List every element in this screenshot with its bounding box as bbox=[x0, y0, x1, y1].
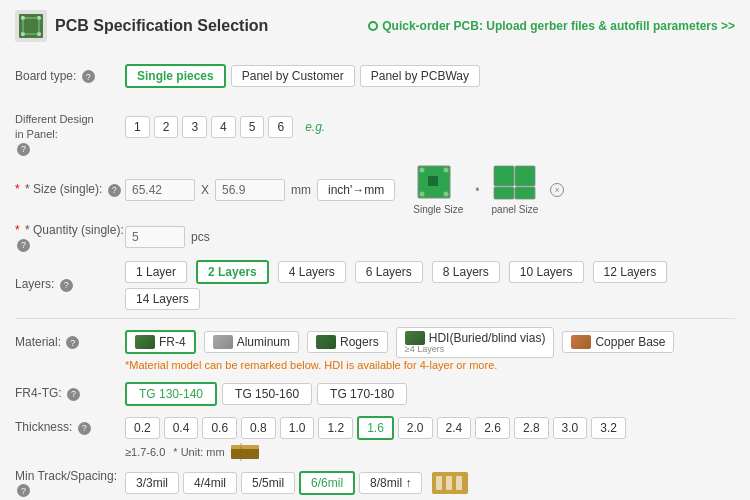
layers-4[interactable]: 4 Layers bbox=[278, 261, 346, 283]
quick-order-link[interactable]: Quick-order PCB: Upload gerber files & a… bbox=[368, 19, 735, 33]
thick-0.4[interactable]: 0.4 bbox=[164, 417, 199, 439]
svg-rect-21 bbox=[231, 445, 259, 449]
svg-point-11 bbox=[420, 168, 425, 173]
material-options: FR-4 Aluminum Rogers HDI(Buried/blind vi… bbox=[125, 327, 682, 358]
design-num-4[interactable]: 4 bbox=[211, 116, 236, 138]
design-num-2[interactable]: 2 bbox=[154, 116, 179, 138]
single-size-image: Single Size bbox=[413, 164, 463, 215]
hdi-icon bbox=[405, 331, 425, 345]
fr4-icon bbox=[135, 335, 155, 349]
header: PCB Specification Selection Quick-order … bbox=[15, 10, 735, 50]
thick-2.4[interactable]: 2.4 bbox=[437, 417, 472, 439]
layers-help-icon[interactable]: ? bbox=[60, 279, 73, 292]
tg-150-160[interactable]: TG 150-160 bbox=[222, 383, 312, 405]
design-num-5[interactable]: 5 bbox=[240, 116, 265, 138]
thickness-label: Thickness: ? bbox=[15, 420, 125, 435]
thick-0.2[interactable]: 0.2 bbox=[125, 417, 160, 439]
min-track-label: Min Track/Spacing: ? bbox=[15, 469, 125, 498]
rogers-icon bbox=[316, 335, 336, 349]
board-type-options: Single pieces Panel by Customer Panel by… bbox=[125, 64, 485, 88]
layers-8[interactable]: 8 Layers bbox=[432, 261, 500, 283]
pcb-logo-icon bbox=[15, 10, 47, 42]
tg-170-180[interactable]: TG 170-180 bbox=[317, 383, 407, 405]
track-5-5[interactable]: 5/5mil bbox=[241, 472, 295, 494]
board-type-help-icon[interactable]: ? bbox=[82, 70, 95, 83]
unit-convert-btn[interactable]: inch'→mm bbox=[317, 179, 395, 201]
divider-1 bbox=[15, 318, 735, 319]
size-help-icon[interactable]: ? bbox=[108, 184, 121, 197]
layers-row: Layers: ? 1 Layer 2 Layers 4 Layers 6 La… bbox=[15, 260, 735, 310]
size-x-label: X bbox=[201, 183, 209, 197]
tg-130-140[interactable]: TG 130-140 bbox=[125, 382, 217, 406]
track-3-3[interactable]: 3/3mil bbox=[125, 472, 179, 494]
different-design-help-icon[interactable]: ? bbox=[17, 143, 30, 156]
board-type-row: Board type: ? Single pieces Panel by Cus… bbox=[15, 62, 735, 90]
svg-rect-15 bbox=[428, 176, 438, 186]
thickness-help-icon[interactable]: ? bbox=[78, 422, 91, 435]
material-fr4[interactable]: FR-4 bbox=[125, 330, 196, 354]
thick-0.6[interactable]: 0.6 bbox=[202, 417, 237, 439]
quantity-input[interactable] bbox=[125, 226, 185, 248]
thick-1.6[interactable]: 1.6 bbox=[357, 416, 394, 440]
fr4-tg-label: FR4-TG: ? bbox=[15, 386, 125, 401]
design-number-options: 1 2 3 4 5 6 e.g. bbox=[125, 116, 325, 138]
material-label: Material: ? bbox=[15, 335, 125, 350]
board-images: Single Size • panel Size × bbox=[405, 164, 564, 215]
layers-10[interactable]: 10 Layers bbox=[509, 261, 584, 283]
size-width-input[interactable] bbox=[125, 179, 195, 201]
quantity-label: * * Quantity (single): ? bbox=[15, 223, 125, 252]
size-close-icon[interactable]: × bbox=[550, 183, 564, 197]
svg-rect-26 bbox=[456, 476, 462, 490]
layers-6[interactable]: 6 Layers bbox=[355, 261, 423, 283]
board-type-panel-pcbway[interactable]: Panel by PCBWay bbox=[360, 65, 480, 87]
quantity-help-icon[interactable]: ? bbox=[17, 239, 30, 252]
board-type-panel-customer[interactable]: Panel by Customer bbox=[231, 65, 355, 87]
design-num-3[interactable]: 3 bbox=[182, 116, 207, 138]
layers-label: Layers: ? bbox=[15, 277, 125, 292]
layers-12[interactable]: 12 Layers bbox=[593, 261, 668, 283]
board-type-label: Board type: ? bbox=[15, 69, 125, 84]
thickness-unit-note: * Unit: mm bbox=[173, 446, 224, 458]
thick-3.0[interactable]: 3.0 bbox=[553, 417, 588, 439]
thick-1.2[interactable]: 1.2 bbox=[318, 417, 353, 439]
track-6-6[interactable]: 6/6mil bbox=[299, 471, 355, 495]
size-dot-separator: • bbox=[475, 183, 479, 197]
eg-link[interactable]: e.g. bbox=[305, 120, 325, 134]
layers-2[interactable]: 2 Layers bbox=[196, 260, 269, 284]
thick-2.6[interactable]: 2.6 bbox=[475, 417, 510, 439]
material-rogers[interactable]: Rogers bbox=[307, 331, 388, 353]
quick-order-dot bbox=[368, 21, 378, 31]
thick-3.2[interactable]: 3.2 bbox=[591, 417, 626, 439]
material-hdi[interactable]: HDI(Buried/blind vias) ≥4 Layers bbox=[396, 327, 555, 358]
pcb-form: PCB Specification Selection Quick-order … bbox=[0, 0, 750, 500]
thick-1.0[interactable]: 1.0 bbox=[280, 417, 315, 439]
material-aluminum[interactable]: Aluminum bbox=[204, 331, 299, 353]
svg-rect-16 bbox=[494, 166, 514, 186]
svg-rect-24 bbox=[436, 476, 442, 490]
single-size-label: Single Size bbox=[413, 204, 463, 215]
design-num-6[interactable]: 6 bbox=[268, 116, 293, 138]
board-type-single[interactable]: Single pieces bbox=[125, 64, 226, 88]
layers-options: 1 Layer 2 Layers 4 Layers 6 Layers 8 Lay… bbox=[125, 260, 735, 310]
track-options: 3/3mil 4/4mil 5/5mil 6/6mil 8/8mil ↑ bbox=[125, 471, 468, 495]
thickness-sub-note: ≥1.7-6.0 bbox=[125, 446, 165, 458]
layers-1[interactable]: 1 Layer bbox=[125, 261, 187, 283]
material-help-icon[interactable]: ? bbox=[66, 336, 79, 349]
svg-rect-25 bbox=[446, 476, 452, 490]
thick-2.0[interactable]: 2.0 bbox=[398, 417, 433, 439]
min-track-help-icon[interactable]: ? bbox=[17, 484, 30, 497]
material-copper[interactable]: Copper Base bbox=[562, 331, 674, 353]
different-design-row: Different Design in Panel: ? 1 2 3 4 5 6… bbox=[15, 98, 735, 156]
fr4-tg-help-icon[interactable]: ? bbox=[67, 388, 80, 401]
design-num-1[interactable]: 1 bbox=[125, 116, 150, 138]
track-4-4[interactable]: 4/4mil bbox=[183, 472, 237, 494]
thick-0.8[interactable]: 0.8 bbox=[241, 417, 276, 439]
layers-14[interactable]: 14 Layers bbox=[125, 288, 200, 310]
track-8-8[interactable]: 8/8mil ↑ bbox=[359, 472, 422, 494]
thick-2.8[interactable]: 2.8 bbox=[514, 417, 549, 439]
size-row: * * Size (single): ? X mm inch'→mm Singl… bbox=[15, 164, 735, 215]
page-title: PCB Specification Selection bbox=[55, 17, 368, 35]
svg-point-13 bbox=[420, 192, 425, 197]
size-height-input[interactable] bbox=[215, 179, 285, 201]
svg-point-12 bbox=[444, 168, 449, 173]
